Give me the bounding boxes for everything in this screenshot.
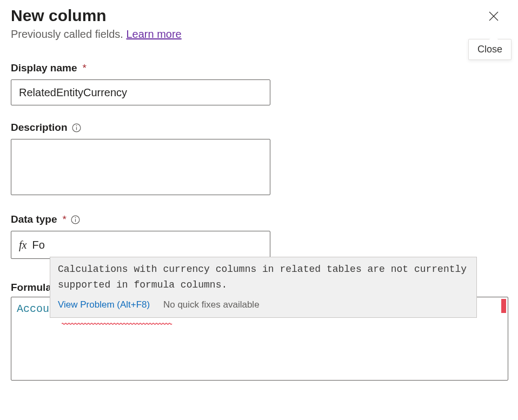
display-name-label: Display name * [11,62,507,74]
description-label: Description [11,122,507,134]
panel-subtitle-text: Previously called fields. [11,28,126,40]
display-name-label-text: Display name [11,62,77,74]
data-type-select[interactable]: fx Fo [11,231,270,259]
description-textarea[interactable] [11,139,270,195]
required-marker: * [63,214,67,225]
view-problem-link[interactable]: View Problem (Alt+F8) [58,299,150,310]
close-tooltip: Close [468,39,512,60]
data-type-label: Data type * [11,214,507,225]
info-icon[interactable] [72,123,82,132]
formula-label-text: Formula [11,282,51,293]
minimap-error-marker [501,299,506,313]
display-name-field: Display name * [11,62,507,105]
new-column-panel: New column Previously called fields. Lea… [0,0,518,420]
data-type-label-text: Data type [11,214,57,225]
panel-title: New column [11,6,507,25]
data-type-value: Fo [32,239,44,251]
info-icon[interactable] [71,215,81,224]
problem-actions: View Problem (Alt+F8) No quick fixes ava… [50,295,476,317]
svg-point-7 [75,217,76,218]
fx-icon: fx [19,239,26,251]
svg-point-4 [76,125,77,126]
description-field: Description [11,122,507,197]
panel-subtitle: Previously called fields. Learn more [11,28,507,41]
no-quick-fixes-text: No quick fixes available [163,299,260,310]
description-label-text: Description [11,122,68,134]
close-button[interactable] [484,8,503,26]
problem-message: Calculations with currency columns in re… [50,257,476,295]
required-marker: * [83,62,87,74]
display-name-input[interactable] [11,79,270,105]
close-icon [488,10,500,24]
data-type-field: Data type * fx Fo [11,214,507,259]
data-type-wrap: fx Fo [11,231,270,259]
learn-more-link[interactable]: Learn more [126,28,181,40]
problem-popup: Calculations with currency columns in re… [50,257,477,318]
